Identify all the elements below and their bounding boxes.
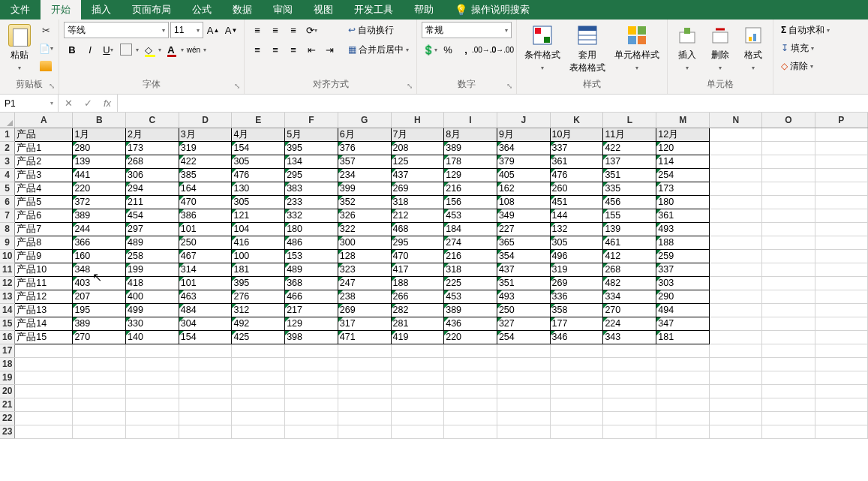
cell[interactable]: 120 (656, 141, 710, 155)
cell[interactable] (710, 182, 762, 195)
cell[interactable] (815, 330, 867, 344)
formula-input[interactable] (118, 95, 868, 112)
conditional-format-button[interactable]: 条件格式▾ (521, 22, 563, 74)
cell[interactable] (710, 168, 762, 182)
cell[interactable] (603, 344, 656, 357)
cell[interactable] (232, 425, 285, 438)
cell[interactable]: 188 (391, 276, 444, 290)
cell[interactable]: 137 (603, 155, 656, 168)
cell[interactable]: 300 (338, 236, 391, 249)
cell[interactable] (762, 195, 815, 209)
cell[interactable] (815, 236, 867, 249)
cell[interactable] (444, 411, 497, 425)
cell[interactable]: 351 (497, 276, 550, 290)
tell-me-search[interactable]: 💡操作说明搜索 (444, 0, 540, 20)
cell[interactable]: 456 (603, 195, 656, 209)
cell[interactable]: 379 (497, 155, 550, 168)
cell[interactable] (550, 384, 603, 398)
format-as-table-button[interactable]: 套用 表格格式 (566, 22, 608, 76)
cell[interactable] (710, 141, 762, 155)
cell[interactable]: 266 (391, 290, 444, 303)
cell[interactable]: 354 (497, 249, 550, 263)
cell[interactable]: 335 (603, 182, 656, 195)
cell[interactable]: 437 (497, 263, 550, 276)
cell[interactable]: 389 (444, 303, 497, 317)
cell[interactable] (391, 384, 444, 398)
cell[interactable] (815, 263, 867, 276)
cell[interactable] (73, 344, 126, 357)
cell[interactable] (232, 411, 285, 425)
cell[interactable] (391, 425, 444, 438)
cell[interactable]: 181 (232, 263, 285, 276)
tab-视图[interactable]: 视图 (303, 0, 344, 20)
cell[interactable]: 314 (179, 263, 232, 276)
cell[interactable]: 268 (126, 155, 179, 168)
cell[interactable]: 144 (550, 209, 603, 222)
cell[interactable]: 295 (391, 236, 444, 249)
cell[interactable]: 305 (232, 155, 285, 168)
bold-button[interactable]: B (64, 41, 80, 58)
cell[interactable]: 产品1 (15, 141, 73, 155)
cell[interactable]: 461 (603, 236, 656, 249)
cell[interactable]: 129 (285, 317, 338, 330)
paste-button[interactable]: 粘贴▾ (5, 22, 35, 74)
tab-帮助[interactable]: 帮助 (404, 0, 444, 20)
cell[interactable]: 357 (338, 155, 391, 168)
cell[interactable]: 468 (391, 222, 444, 236)
cell[interactable] (710, 236, 762, 249)
indent-decrease-icon[interactable]: ⇤ (303, 41, 320, 58)
cell[interactable]: 476 (550, 168, 603, 182)
cell[interactable] (126, 357, 179, 371)
cell[interactable] (656, 344, 710, 357)
name-box[interactable]: P1▾ (0, 95, 59, 112)
cell[interactable] (762, 155, 815, 168)
cell[interactable]: 351 (603, 168, 656, 182)
cell[interactable] (444, 371, 497, 384)
cell[interactable]: 386 (179, 209, 232, 222)
cell[interactable] (550, 425, 603, 438)
cell[interactable]: 361 (656, 209, 710, 222)
row-header[interactable]: 1 (0, 128, 15, 141)
cell[interactable]: 346 (550, 330, 603, 344)
cell[interactable] (815, 398, 867, 411)
cell[interactable]: 297 (126, 222, 179, 236)
cell[interactable]: 463 (179, 290, 232, 303)
column-header[interactable]: E (232, 113, 285, 128)
cell[interactable] (762, 357, 815, 371)
cell[interactable]: 233 (285, 195, 338, 209)
cell[interactable]: 234 (338, 168, 391, 182)
cell[interactable]: 361 (550, 155, 603, 168)
cell[interactable]: 489 (285, 263, 338, 276)
cell[interactable]: 398 (285, 330, 338, 344)
cell[interactable] (762, 344, 815, 357)
cell[interactable]: 5月 (285, 128, 338, 141)
fill-button[interactable]: ↧填充▾ (778, 40, 817, 56)
cell[interactable] (710, 384, 762, 398)
cell[interactable]: 产品13 (15, 303, 73, 317)
column-header[interactable]: B (73, 113, 126, 128)
cell[interactable]: 422 (179, 155, 232, 168)
increase-font-icon[interactable]: A▲ (205, 22, 221, 38)
cell-styles-button[interactable]: 单元格样式▾ (611, 22, 662, 74)
cell[interactable] (762, 236, 815, 249)
fx-icon[interactable]: fx (98, 98, 117, 109)
cell[interactable]: 195 (73, 303, 126, 317)
cut-button[interactable] (38, 22, 54, 38)
percent-format-icon[interactable]: % (440, 41, 456, 58)
cell[interactable] (710, 371, 762, 384)
row-header[interactable]: 16 (0, 330, 15, 344)
cell[interactable] (179, 384, 232, 398)
cell[interactable]: 319 (550, 263, 603, 276)
cell[interactable] (179, 398, 232, 411)
cell[interactable] (656, 411, 710, 425)
cell[interactable] (710, 425, 762, 438)
tab-开发工具[interactable]: 开发工具 (344, 0, 404, 20)
cell[interactable]: 199 (126, 263, 179, 276)
cell[interactable] (338, 384, 391, 398)
cell[interactable]: 140 (126, 330, 179, 344)
cell[interactable] (710, 195, 762, 209)
cell[interactable] (815, 168, 867, 182)
cell[interactable]: 173 (656, 182, 710, 195)
cell[interactable]: 368 (285, 276, 338, 290)
orientation-icon[interactable]: ⟳▾ (303, 22, 320, 38)
